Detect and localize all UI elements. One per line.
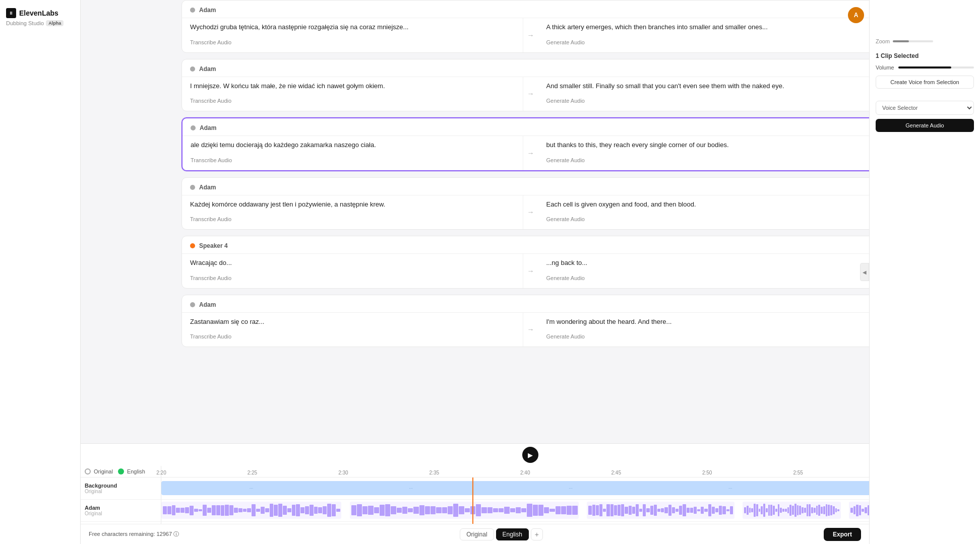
play-button[interactable]: ▶ [522,447,538,463]
arrow-col: → [523,312,538,347]
waveform-bar [606,504,609,516]
generate-audio-button[interactable]: Generate Audio [876,119,974,132]
volume-row: Volume [876,64,974,71]
transcribe-button[interactable]: Transcribe Audio [190,275,231,281]
transcribe-button[interactable]: Transcribe Audio [190,333,231,339]
waveform-bar [544,507,549,513]
transcribe-button[interactable]: Transcribe Audio [190,216,231,222]
waveform-bar [163,506,167,514]
waveform-bar [481,507,486,513]
translated-col: ...ng back to... Generate Audio [538,253,879,288]
language-toggle: Original English + [460,528,543,540]
waveform-bar [538,505,543,515]
transcribe-button[interactable]: Transcribe Audio [191,157,232,163]
waveform-bar [332,504,336,516]
zoom-label: Zoom [876,38,890,44]
waveform-bar [794,504,797,517]
english-toggle[interactable]: English [118,468,145,474]
card-header: Adam [182,295,879,312]
waveform-bar [465,508,470,512]
export-button[interactable]: Export [824,528,861,541]
waveform-bar [621,504,624,516]
waveform-bar [821,507,823,514]
speaker-name: Adam [199,65,216,73]
waveform-bar [374,507,379,514]
waveform-bar [318,507,322,513]
waveform-bar [782,509,784,511]
track-label-0: Background Original [81,478,161,500]
track-content-1[interactable]: ⋮ [161,500,980,522]
waveform-bar [751,508,753,512]
original-col: ale dzięki temu docierają do każdego zak… [182,135,523,170]
waveform-bar [618,505,621,516]
waveform-bar [802,507,804,513]
generate-button[interactable]: Generate Audio [546,157,585,163]
card-body: Wracając do... Transcribe Audio → ...ng … [182,253,879,288]
waveform-clip[interactable] [350,502,579,519]
translated-col: A thick artery emerges, which then branc… [538,18,879,52]
waveform-bar [603,509,606,512]
waveform-bar [646,508,649,512]
translated-text: And smaller still. Finally so small that… [546,81,871,91]
waveform-bar [804,508,806,512]
ruler-tick-6: 2:50 [702,470,712,475]
transcribe-button[interactable]: Transcribe Audio [190,39,231,45]
waveform-bar [809,504,811,517]
waveform-bar [744,507,746,513]
waveform-bar [643,504,646,516]
collapse-panel-button[interactable]: ◀ [860,263,869,281]
waveform-bar [775,509,777,512]
waveform-bar [185,507,189,513]
track-content-0[interactable]: ··············· [161,478,980,500]
studio-name: Dubbing Studio [6,20,44,26]
waveform-bar [778,504,780,516]
zoom-bar[interactable] [893,40,933,42]
create-voice-button[interactable]: Create Voice from Selection [876,76,974,89]
waveform-bar [712,507,715,514]
waveform-bar [687,508,690,513]
sidebar: II ElevenLabs Dubbing Studio Alpha [0,0,81,544]
ruler-tick-2: 2:30 [338,470,348,475]
waveform-clip[interactable] [587,502,734,519]
transcript-area[interactable]: Adam Wychodzi gruba tętnica, która nastę… [81,0,980,443]
waveform-bar [274,505,278,516]
waveform-bar [654,505,657,516]
transcribe-button[interactable]: Transcribe Audio [190,98,231,104]
waveform-bar [859,505,862,515]
track-sub: Original [85,511,157,516]
generate-button[interactable]: Generate Audio [546,98,585,104]
volume-bar[interactable] [898,66,974,69]
waveform-bar [216,505,220,515]
track-name: Background [85,483,157,489]
waveform-clip[interactable] [161,502,341,519]
waveform-bar [229,505,233,516]
generate-button[interactable]: Generate Audio [546,333,585,339]
generate-button[interactable]: Generate Audio [546,216,585,222]
original-toggle[interactable]: Original [85,468,113,474]
waveform-bar [247,508,251,512]
waveform-bar [510,508,515,512]
waveform-bar [310,505,314,516]
waveform-bar [212,505,216,515]
add-language-button[interactable]: + [531,528,543,540]
waveform-bar [639,509,642,512]
voice-selector[interactable]: Voice Selector [876,101,974,115]
waveform-clip[interactable] [743,502,841,519]
waveform-bar [278,504,282,517]
translated-col: And smaller still. Finally so small that… [538,77,879,111]
card-header: Adam [182,1,879,18]
avatar[interactable]: A [848,7,864,23]
generate-button[interactable]: Generate Audio [546,39,585,45]
voice-section: Voice Selector Generate Audio [876,101,974,132]
original-lang-button[interactable]: Original [460,528,494,540]
generate-button[interactable]: Generate Audio [546,275,585,281]
segment-card-seg3: Adam ale dzięki temu docierają do każdeg… [181,117,879,171]
waveform-bar [708,504,711,516]
zoom-row: Zoom [876,38,974,44]
english-lang-button[interactable]: English [496,528,529,540]
waveform-bar [234,508,238,512]
waveform-bar [807,504,809,517]
speaker-dot [191,125,196,130]
waveform-bar [225,505,229,516]
track-label-1: Adam Original [81,500,161,522]
